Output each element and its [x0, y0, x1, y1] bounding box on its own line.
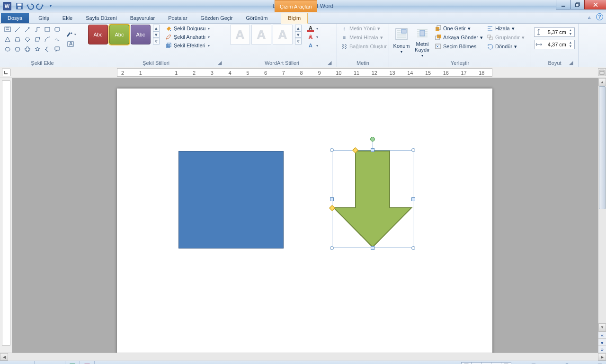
- wordart-launcher-icon[interactable]: ◢: [326, 59, 333, 66]
- shape-callout-icon[interactable]: [53, 44, 62, 54]
- scroll-left-icon[interactable]: ◀: [0, 353, 8, 361]
- browse-object-icon[interactable]: ●: [598, 338, 606, 346]
- style-swatch-1[interactable]: Abc: [88, 25, 108, 44]
- tab-view[interactable]: Görünüm: [239, 13, 274, 23]
- style-swatch-2[interactable]: Abc: [109, 25, 129, 44]
- shape-triangle-icon[interactable]: [3, 35, 12, 44]
- shape-oval-icon[interactable]: [3, 44, 12, 54]
- height-up[interactable]: ▲: [568, 28, 573, 32]
- width-up[interactable]: ▲: [568, 41, 573, 44]
- selection-pane-button[interactable]: Seçim Bölmesi: [434, 43, 484, 50]
- tab-stop-selector[interactable]: [2, 69, 10, 76]
- shape-connector-icon[interactable]: [33, 25, 42, 34]
- wordart-style-1[interactable]: A: [230, 25, 250, 44]
- width-input[interactable]: ▲▼: [534, 40, 575, 49]
- gallery-up-icon[interactable]: ▴: [153, 25, 160, 31]
- redo-icon[interactable]: [36, 2, 45, 10]
- handle-bottom-right[interactable]: [411, 246, 415, 250]
- help-icon[interactable]: ?: [596, 13, 603, 20]
- next-page-icon[interactable]: »: [598, 346, 606, 353]
- tab-review[interactable]: Gözden Geçir: [194, 13, 240, 23]
- shape-textbox-icon[interactable]: [3, 25, 12, 34]
- gallery-more-icon[interactable]: ▿: [153, 38, 160, 44]
- shape-parallelogram-icon[interactable]: [33, 35, 42, 44]
- minimize-button[interactable]: [556, 0, 570, 9]
- tab-file[interactable]: Dosya: [1, 13, 29, 23]
- shape-trapezoid-icon[interactable]: [13, 35, 22, 44]
- wa-gallery-up-icon[interactable]: ▴: [295, 25, 302, 31]
- handle-left[interactable]: [330, 197, 334, 201]
- edit-shape-icon[interactable]: ▾: [64, 30, 78, 39]
- text-fill-button[interactable]: A▾: [306, 25, 319, 32]
- tab-references[interactable]: Başvurular: [124, 13, 162, 23]
- minimize-ribbon-icon[interactable]: ▵: [586, 13, 593, 21]
- text-outline-button[interactable]: A▾: [306, 33, 319, 41]
- handle-top-left[interactable]: [330, 148, 334, 152]
- scroll-right-icon[interactable]: ▶: [598, 353, 606, 361]
- rectangle-shape[interactable]: [178, 151, 284, 249]
- shape-diamond-icon[interactable]: [23, 35, 32, 44]
- handle-bottom[interactable]: [371, 246, 374, 250]
- shape-styles-launcher-icon[interactable]: ◢: [216, 59, 223, 66]
- shape-rect-icon[interactable]: [43, 25, 52, 34]
- shape-wave-icon[interactable]: [53, 35, 62, 44]
- style-swatch-3[interactable]: Abc: [131, 25, 151, 44]
- scroll-down-icon[interactable]: ▼: [598, 323, 606, 331]
- tab-mailings[interactable]: Postalar: [161, 13, 194, 23]
- shape-roundrect-icon[interactable]: [53, 25, 62, 34]
- shape-hexagon-icon[interactable]: [13, 44, 22, 54]
- status-page[interactable]: Sayfa: 1 / 1: [0, 361, 35, 364]
- prev-page-icon[interactable]: «: [598, 331, 606, 338]
- send-backward-button[interactable]: Arkaya Gönder▾: [434, 34, 484, 41]
- shape-effects-button[interactable]: Şekil Efektleri▾: [164, 42, 211, 49]
- handle-bottom-left[interactable]: [330, 246, 334, 250]
- shape-outline-button[interactable]: Şekil Anahattı▾: [164, 33, 211, 41]
- text-effects-button[interactable]: A▾: [306, 42, 319, 49]
- document-canvas[interactable]: [12, 78, 598, 353]
- restore-button[interactable]: [570, 0, 584, 9]
- shape-brace-icon[interactable]: [43, 44, 52, 54]
- wa-gallery-more-icon[interactable]: ▿: [295, 38, 302, 44]
- shape-star-icon[interactable]: [33, 44, 42, 54]
- shapes-gallery[interactable]: [3, 25, 62, 54]
- height-down[interactable]: ▼: [568, 32, 573, 36]
- status-word-count[interactable]: Sözcük: 0: [35, 361, 65, 364]
- scroll-thumb[interactable]: [599, 86, 606, 209]
- width-field[interactable]: [544, 42, 566, 47]
- handle-top[interactable]: [371, 148, 374, 152]
- view-draft-icon[interactable]: [501, 362, 511, 364]
- view-outline-icon[interactable]: [491, 362, 501, 364]
- view-print-layout-icon[interactable]: [461, 362, 472, 364]
- close-button[interactable]: [584, 0, 606, 9]
- status-proofing[interactable]: [65, 361, 80, 364]
- qat-dropdown-icon[interactable]: ▼: [46, 2, 55, 10]
- scroll-up-icon[interactable]: ▲: [598, 78, 606, 86]
- shape-plus-icon[interactable]: [23, 44, 32, 54]
- view-web-icon[interactable]: [481, 362, 491, 364]
- position-button[interactable]: Konum▾: [392, 25, 411, 56]
- down-arrow-shape-selected[interactable]: [332, 150, 413, 248]
- tab-home[interactable]: Giriş: [32, 13, 56, 23]
- horizontal-scrollbar[interactable]: ◀ ▶: [0, 353, 606, 361]
- width-down[interactable]: ▼: [568, 44, 573, 48]
- status-macro[interactable]: [80, 361, 95, 364]
- textbox-draw-icon[interactable]: A: [64, 40, 78, 49]
- view-fullscreen-icon[interactable]: [471, 362, 481, 364]
- bring-forward-button[interactable]: Öne Getir▾: [434, 25, 484, 32]
- wordart-style-2[interactable]: A: [251, 25, 271, 44]
- handle-right[interactable]: [411, 197, 415, 201]
- hscroll-track[interactable]: [8, 353, 598, 361]
- wrap-text-button[interactable]: Metni Kaydır▾: [413, 25, 432, 56]
- align-button[interactable]: Hizala▾: [486, 25, 526, 32]
- scroll-track[interactable]: [598, 86, 606, 323]
- shape-fill-button[interactable]: Şekil Dolgusu▾: [164, 25, 211, 32]
- gallery-down-icon[interactable]: ▾: [153, 31, 160, 38]
- shape-arc-icon[interactable]: [43, 35, 52, 44]
- rotation-handle[interactable]: [370, 137, 375, 142]
- wa-gallery-down-icon[interactable]: ▾: [295, 31, 302, 38]
- horizontal-ruler[interactable]: 21123456789101112131415161718: [117, 68, 492, 77]
- save-icon[interactable]: [15, 2, 24, 10]
- size-launcher-icon[interactable]: ◢: [568, 59, 574, 66]
- wordart-style-3[interactable]: A: [273, 25, 293, 44]
- tab-insert[interactable]: Ekle: [56, 13, 79, 23]
